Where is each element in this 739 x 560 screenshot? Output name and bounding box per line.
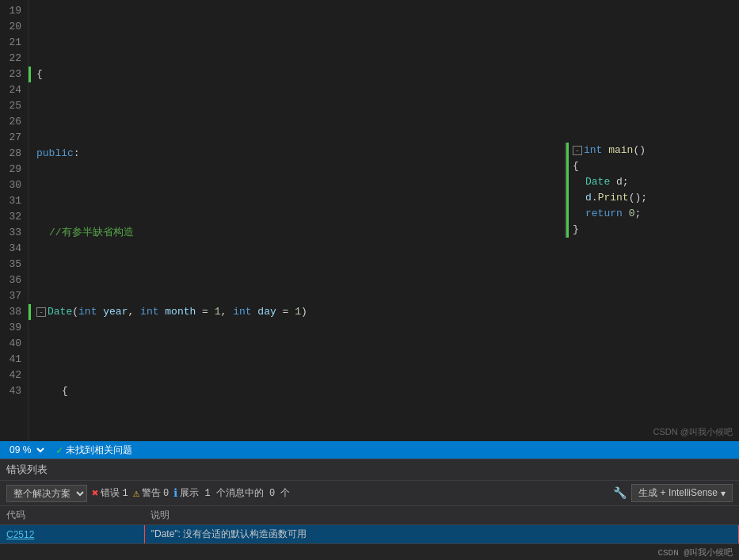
zoom-select[interactable]: 09 % 100% 125% xyxy=(6,444,47,456)
col-code: 代码 xyxy=(0,506,144,525)
scope-select[interactable]: 整个解决方案 当前文档 xyxy=(6,485,87,502)
status-bar: 09 % 100% 125% ✓ 未找到相关问题 xyxy=(0,441,739,459)
csdn-watermark-bottom: CSDN @叫我小候吧 xyxy=(657,547,733,558)
editor-area: 19 20 21 22 23 24 25 26 27 28 29 30 31 3… xyxy=(0,0,739,441)
error-code-link[interactable]: C2512 xyxy=(6,529,34,540)
error-count: 1 xyxy=(122,488,128,499)
code-line-23: { xyxy=(29,383,739,399)
filter-icon: 🔧 xyxy=(613,487,627,500)
popup-line-4: d.Print(); xyxy=(566,190,739,206)
popup-line-1: -int main() xyxy=(566,143,739,158)
popup-green-bar xyxy=(566,143,569,238)
build-dropdown-icon: ▾ xyxy=(721,488,726,499)
error-code-cell[interactable]: C2512 xyxy=(0,525,144,544)
error-toolbar: 整个解决方案 当前文档 ✖ 错误 1 ⚠ 警告 0 ℹ 展示 1 个消息中的 0… xyxy=(0,481,739,506)
info-badge: ℹ 展示 1 个消息中的 0 个 xyxy=(173,486,290,500)
error-description-cell: "Date": 没有合适的默认构造函数可用 xyxy=(144,525,738,544)
csdn-watermark: CSDN @叫我小候吧 xyxy=(653,426,733,438)
zoom-control[interactable]: 09 % 100% 125% xyxy=(6,444,47,456)
popup-fold[interactable]: - xyxy=(573,146,582,155)
status-ok: ✓ 未找到相关问题 xyxy=(56,444,132,457)
error-panel-footer: CSDN @叫我小候吧 xyxy=(0,544,739,560)
code-main: { public: //有参半缺省构造 - Date(int year, int… xyxy=(29,0,739,441)
error-table: 代码 说明 C2512 "Date": 没有合适的默认构造函数可用 xyxy=(0,506,739,544)
error-panel: 错误列表 整个解决方案 当前文档 ✖ 错误 1 ⚠ 警告 0 ℹ 展示 1 个消… xyxy=(0,459,739,560)
info-text: 展示 1 个消息中的 0 个 xyxy=(180,486,290,500)
popup-line-3: Date d; xyxy=(566,174,739,190)
warning-icon: ⚠ xyxy=(133,486,139,500)
popup-line-5: return 0; xyxy=(566,206,739,222)
check-icon: ✓ xyxy=(56,444,63,457)
fold-22[interactable]: - xyxy=(36,307,46,317)
code-container: 19 20 21 22 23 24 25 26 27 28 29 30 31 3… xyxy=(0,0,739,441)
info-icon: ℹ xyxy=(173,486,177,500)
code-line-19: { xyxy=(29,67,739,82)
line-numbers: 19 20 21 22 23 24 25 26 27 28 29 30 31 3… xyxy=(0,0,29,441)
table-row[interactable]: C2512 "Date": 没有合适的默认构造函数可用 xyxy=(0,525,739,544)
inline-popup: -int main() { Date d; d.Print(); return … xyxy=(565,143,739,238)
error-label: 错误 xyxy=(101,486,120,500)
col-description: 说明 xyxy=(144,506,738,525)
warning-label: 警告 xyxy=(142,486,161,500)
warning-count: 0 xyxy=(163,488,169,499)
build-label: 生成 + IntelliSense xyxy=(638,486,718,500)
popup-line-6: } xyxy=(566,222,739,238)
error-icon: ✖ xyxy=(92,486,98,500)
error-count-badge: ✖ 错误 1 xyxy=(92,486,128,500)
warning-count-badge: ⚠ 警告 0 xyxy=(133,486,170,500)
error-panel-title: 错误列表 xyxy=(0,459,739,481)
status-text: 未找到相关问题 xyxy=(66,444,132,457)
build-button[interactable]: 生成 + IntelliSense ▾ xyxy=(631,484,733,502)
popup-line-2: { xyxy=(566,158,739,174)
code-line-22: - Date(int year, int month = 1, int day … xyxy=(29,304,739,320)
